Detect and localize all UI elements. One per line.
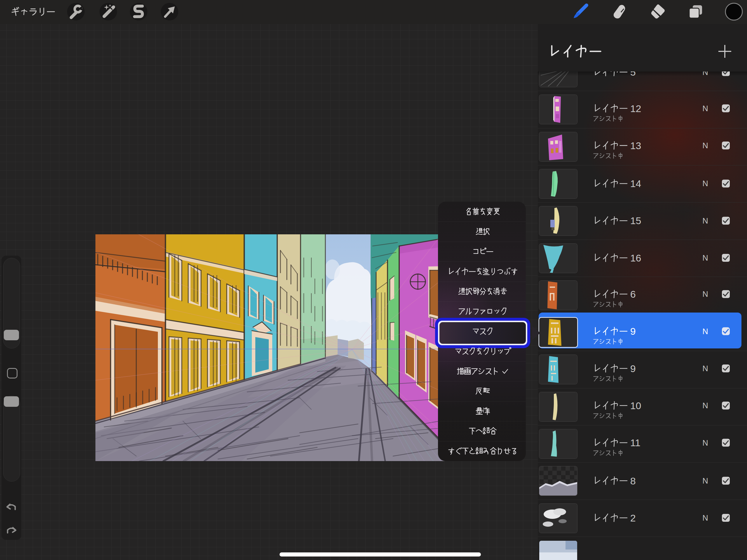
svg-text:N: N [702,477,708,485]
svg-text:N: N [702,514,708,523]
svg-text:15: 15 [630,215,641,226]
svg-text:N: N [702,364,708,373]
svg-text:N: N [702,141,708,150]
svg-text:11: 11 [630,437,641,448]
svg-text:2: 2 [630,512,636,524]
svg-text:10: 10 [630,400,641,411]
svg-text:8: 8 [630,475,636,486]
svg-text:N: N [702,104,708,113]
svg-text:13: 13 [630,140,641,151]
svg-text:N: N [702,254,708,262]
svg-text:14: 14 [630,178,641,189]
svg-text:5: 5 [630,67,636,78]
svg-text:N: N [702,401,708,410]
svg-text:9: 9 [630,326,636,337]
svg-text:12: 12 [630,103,641,114]
svg-text:N: N [702,290,708,299]
svg-text:N: N [702,68,708,77]
svg-text:N: N [702,439,708,447]
svg-text:16: 16 [630,252,641,263]
svg-text:6: 6 [630,288,636,300]
svg-text:9: 9 [630,363,636,374]
svg-text:N: N [702,217,708,225]
svg-text:N: N [702,179,708,188]
svg-text:N: N [702,327,708,336]
